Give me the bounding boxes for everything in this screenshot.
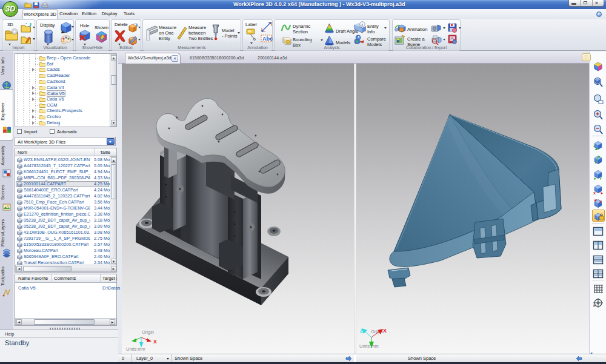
svg-text:X: X [593,191,596,194]
svg-text:X: X [599,200,602,204]
svg-text:X: X [383,328,387,334]
svg-text:Y: Y [599,177,602,180]
svg-text:X: X [153,339,157,345]
svg-text:i: i [362,22,363,27]
svg-text:Z: Z [593,144,596,148]
svg-text:Abc: Abc [262,36,273,42]
